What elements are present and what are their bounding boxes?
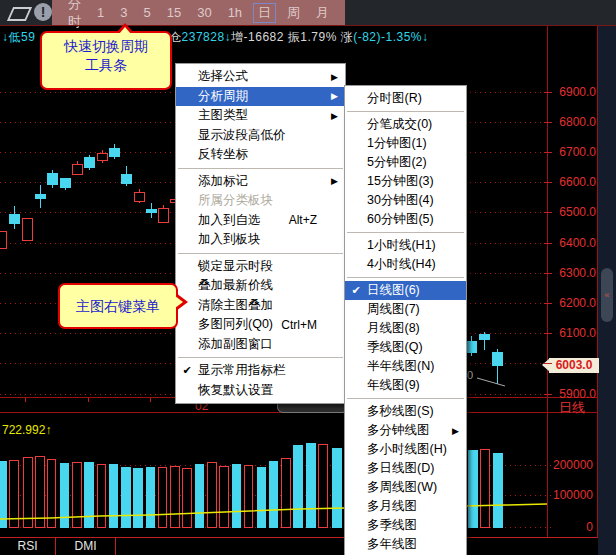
menu-item-5分钟图(2)[interactable]: 5分钟图(2) — [345, 153, 466, 172]
menu-item-分笔成交(0)[interactable]: 分笔成交(0) — [345, 115, 466, 134]
menu-item-label: 反转坐标 — [198, 146, 331, 163]
menu-item-label: 月线图(8) — [367, 320, 452, 337]
submenu-arrow-icon: ▶ — [331, 111, 345, 121]
submenu-arrow-icon: ▶ — [331, 72, 345, 82]
menu-item-添加标记[interactable]: 添加标记▶ — [176, 172, 345, 192]
menu-item-加入到自选[interactable]: 加入到自选Alt+Z — [176, 211, 345, 231]
menu-item-label: 多图同列(Q0) — [198, 316, 281, 333]
callout-arrow-icon — [119, 27, 131, 34]
menu-item-label: 多分钟线图 — [367, 422, 452, 439]
menu-item-添加副图窗口[interactable]: 添加副图窗口 — [176, 335, 345, 355]
menu-item-恢复默认设置[interactable]: 恢复默认设置 — [176, 381, 345, 401]
menu-separator — [178, 168, 343, 169]
menu-item-多日线图(D)[interactable]: 多日线图(D) — [345, 459, 466, 478]
indicator-tabbar: RSI DMI — [0, 538, 616, 555]
menu-item-4小时线(H4)[interactable]: 4小时线(H4) — [345, 255, 466, 274]
menu-item-label: 多小时线图(H) — [367, 441, 452, 458]
menu-item-季线图(Q)[interactable]: 季线图(Q) — [345, 338, 466, 357]
menu-item-半年线图(N)[interactable]: 半年线图(N) — [345, 357, 466, 376]
menu-item-label: 1分钟图(1) — [367, 135, 452, 152]
menu-item-label: 分析周期 — [198, 88, 331, 105]
menu-item-多季线图[interactable]: 多季线图 — [345, 516, 466, 535]
menu-item-锁定显示时段[interactable]: 锁定显示时段 — [176, 257, 345, 277]
menu-item-多图同列(Q0)[interactable]: 多图同列(Q0)Ctrl+M — [176, 315, 345, 335]
submenu-arrow-icon: ▶ — [331, 91, 345, 101]
menu-item-叠加最新价线[interactable]: 叠加最新价线 — [176, 276, 345, 296]
menu-shortcut: Alt+Z — [289, 213, 317, 227]
menu-item-label: 主图类型 — [198, 107, 331, 124]
tab-dmi[interactable]: DMI — [56, 538, 116, 555]
menu-separator — [178, 253, 343, 254]
callout-arrow-icon — [175, 296, 183, 308]
menu-item-label: 恢复默认设置 — [198, 382, 331, 399]
menu-item-多小时线图(H)[interactable]: 多小时线图(H) — [345, 440, 466, 459]
menu-item-多年线图[interactable]: 多年线图 — [345, 535, 466, 554]
menu-item-显示常用指标栏[interactable]: ✔显示常用指标栏 — [176, 361, 345, 381]
menu-item-60分钟图(5)[interactable]: 60分钟图(5) — [345, 210, 466, 229]
menu-item-反转坐标[interactable]: 反转坐标 — [176, 145, 345, 165]
menu-item-label: 所属分类板块 — [198, 192, 331, 209]
period-submenu: 分时图(R)分笔成交(0)1分钟图(1)5分钟图(2)15分钟图(3)30分钟图… — [344, 85, 467, 555]
menu-item-label: 季线图(Q) — [367, 339, 452, 356]
menu-item-label: 4小时线(H4) — [367, 256, 452, 273]
menu-separator — [347, 232, 464, 233]
menu-item-label: 添加标记 — [198, 173, 331, 190]
menu-item-label: 30分钟图(4) — [367, 192, 452, 209]
menu-item-label: 15分钟图(3) — [367, 173, 452, 190]
menu-item-多分钟线图[interactable]: 多分钟线图▶ — [345, 421, 466, 440]
menu-item-label: 添加副图窗口 — [198, 336, 331, 353]
tab-rsi[interactable]: RSI — [0, 538, 56, 555]
menu-item-label: 年线图(9) — [367, 377, 452, 394]
menu-item-label: 多月线图 — [367, 498, 452, 515]
menu-item-1小时线(H1)[interactable]: 1小时线(H1) — [345, 236, 466, 255]
menu-item-多秒线图(S)[interactable]: 多秒线图(S) — [345, 402, 466, 421]
menu-separator — [347, 277, 464, 278]
menu-item-label: 清除主图叠加 — [198, 297, 331, 314]
menu-item-label: 60分钟图(5) — [367, 211, 452, 228]
menu-item-显示波段高低价[interactable]: 显示波段高低价 — [176, 126, 345, 146]
menu-item-分时图(R)[interactable]: 分时图(R) — [345, 89, 466, 108]
callout-text: 主图右键菜单 — [76, 298, 160, 314]
toolbar-callout: 快速切换周期 工具条 — [40, 31, 172, 90]
menu-item-月线图(8)[interactable]: 月线图(8) — [345, 319, 466, 338]
menu-item-label: 多季线图 — [367, 517, 452, 534]
menu-item-选择公式[interactable]: 选择公式▶ — [176, 67, 345, 87]
menu-item-日线图(6)[interactable]: ✔日线图(6) — [345, 281, 466, 300]
submenu-arrow-icon: ▶ — [452, 426, 466, 436]
menu-item-分析周期[interactable]: 分析周期▶ — [176, 87, 345, 107]
menu-item-label: 1小时线(H1) — [367, 237, 452, 254]
menu-separator — [178, 357, 343, 358]
stock-chart-window: ! 分时13515301h日周月 ↓低59 868↑仓237828↓增-1668… — [0, 0, 616, 555]
menu-item-label: 多秒线图(S) — [367, 403, 452, 420]
menu-item-所属分类板块: 所属分类板块 — [176, 191, 345, 211]
menu-item-多月线图[interactable]: 多月线图 — [345, 497, 466, 516]
menu-item-年线图(9)[interactable]: 年线图(9) — [345, 376, 466, 395]
menu-item-主图类型[interactable]: 主图类型▶ — [176, 106, 345, 126]
menu-item-label: 多日线图(D) — [367, 460, 452, 477]
menu-item-label: 锁定显示时段 — [198, 258, 331, 275]
menu-item-1分钟图(1)[interactable]: 1分钟图(1) — [345, 134, 466, 153]
menu-item-label: 显示波段高低价 — [198, 127, 331, 144]
checkmark-icon: ✔ — [176, 364, 198, 377]
submenu-arrow-icon: ▶ — [331, 176, 345, 186]
menu-item-清除主图叠加[interactable]: 清除主图叠加 — [176, 296, 345, 316]
menu-item-label: 5分钟图(2) — [367, 154, 452, 171]
menu-item-label: 叠加最新价线 — [198, 277, 331, 294]
menu-separator — [347, 398, 464, 399]
menu-item-label: 分笔成交(0) — [367, 116, 452, 133]
menu-item-label: 加入到自选 — [198, 212, 289, 229]
menu-item-30分钟图(4)[interactable]: 30分钟图(4) — [345, 191, 466, 210]
menu-item-label: 日线图(6) — [367, 282, 452, 299]
menu-item-label: 选择公式 — [198, 68, 331, 85]
menu-item-label: 周线图(7) — [367, 301, 452, 318]
menu-callout: 主图右键菜单 — [58, 283, 178, 329]
menu-item-label: 半年线图(N) — [367, 358, 452, 375]
menu-item-周线图(7)[interactable]: 周线图(7) — [345, 300, 466, 319]
checkmark-icon: ✔ — [345, 284, 367, 297]
menu-shortcut: Ctrl+M — [281, 318, 317, 332]
menu-item-15分钟图(3)[interactable]: 15分钟图(3) — [345, 172, 466, 191]
callout-text: 工具条 — [42, 56, 170, 75]
menu-item-加入到板块[interactable]: 加入到板块 — [176, 230, 345, 250]
menu-item-label: 显示常用指标栏 — [198, 362, 331, 379]
menu-item-多周线图(W)[interactable]: 多周线图(W) — [345, 478, 466, 497]
